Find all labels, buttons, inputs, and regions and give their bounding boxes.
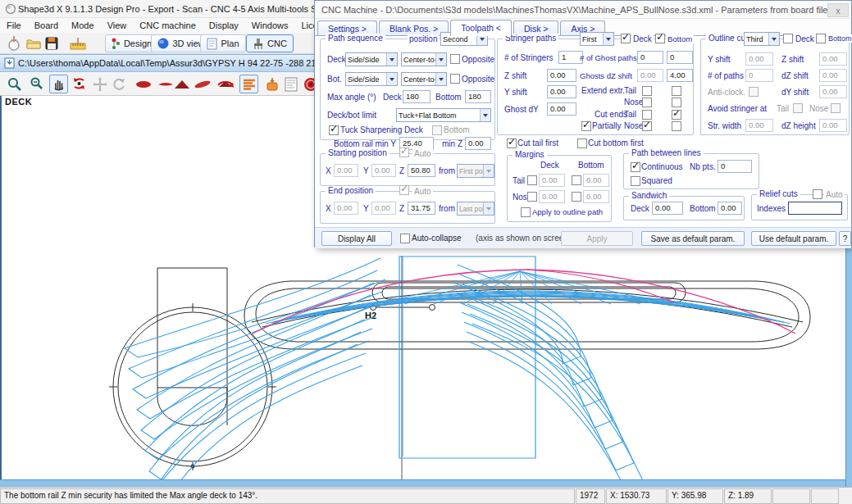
apply-button[interactable]: Apply [561, 231, 633, 246]
menu-windows[interactable]: Windows [245, 18, 295, 33]
menu-display[interactable]: Display [203, 18, 245, 33]
help-button[interactable]: ? [839, 231, 851, 246]
end-x-field[interactable]: 0.00 [334, 202, 358, 215]
menu-view[interactable]: View [101, 18, 134, 33]
stringer-deck-checkbox[interactable] [621, 34, 631, 43]
sandwich-bottom-field[interactable]: 0.00 [718, 202, 742, 215]
plan-button[interactable]: Plan [200, 34, 246, 52]
sandwich-deck-field[interactable]: 0.00 [652, 202, 683, 215]
extend-nose-bottom-checkbox[interactable] [672, 98, 681, 107]
board-3d-icon[interactable] [193, 75, 212, 93]
margin-nose-bottom-checkbox[interactable] [572, 192, 581, 202]
design-button[interactable]: Design [105, 34, 157, 52]
toolpath-lines-icon[interactable] [239, 75, 258, 93]
cut-tail-first-checkbox[interactable] [507, 138, 517, 148]
notes-doc-icon[interactable] [281, 75, 300, 93]
end-y-field[interactable]: 0.00 [371, 202, 396, 215]
zoom-out-icon[interactable] [26, 75, 45, 93]
stringer-y-shift-field[interactable]: 0.00 [547, 85, 576, 98]
partially-checkbox[interactable] [581, 121, 591, 131]
margin-tail-bottom-checkbox[interactable] [572, 175, 581, 185]
cut-ends-tail-bottom-checkbox[interactable] [672, 110, 681, 120]
cut-ends-nose-deck-checkbox[interactable] [642, 121, 652, 131]
display-all-button[interactable]: Display All [321, 231, 392, 246]
bottom-sequence-dropdown[interactable]: Side/Side [345, 72, 398, 86]
zoom-in-icon[interactable] [5, 75, 24, 93]
margin-tail-deck-checkbox[interactable] [527, 175, 537, 185]
relief-auto-checkbox[interactable] [813, 189, 822, 199]
ruler-icon[interactable] [69, 34, 87, 52]
save-icon[interactable] [43, 34, 61, 52]
margin-nose-bottom-field[interactable]: 0.00 [583, 190, 609, 203]
auto-collapse-checkbox[interactable] [400, 234, 410, 243]
start-x-field[interactable]: 0.00 [334, 164, 358, 177]
bottom-direction-dropdown[interactable]: Center-to- [401, 72, 447, 86]
outline-z-shift-field[interactable]: 0.00 [819, 52, 847, 66]
rotate-view-icon[interactable] [70, 75, 89, 93]
menu-file[interactable]: File [0, 18, 28, 33]
min-z-field[interactable]: 0.00 [465, 137, 491, 150]
export-gcode-icon[interactable] [262, 75, 281, 93]
rotate-tool-icon-disabled[interactable] [109, 75, 128, 93]
stringer-z-shift-field[interactable]: 0.00 [547, 69, 576, 82]
extend-tail-deck-checkbox[interactable] [642, 86, 652, 96]
start-y-field[interactable]: 0.00 [371, 164, 396, 177]
max-angle-deck-field[interactable]: 180 [403, 90, 431, 103]
end-z-field[interactable]: 31.75 [408, 202, 435, 215]
ghosts-dz-deck-field[interactable]: 0.00 [637, 69, 663, 82]
avoid-stringer-tail-checkbox[interactable] [793, 103, 803, 113]
outline-deck-checkbox[interactable] [783, 34, 793, 43]
continuous-checkbox[interactable] [631, 162, 640, 172]
anti-clockwise-checkbox[interactable] [749, 87, 759, 97]
outline-order-dropdown[interactable]: Third [744, 32, 780, 46]
extend-nose-deck-checkbox[interactable] [642, 98, 652, 107]
margin-nose-deck-checkbox[interactable] [527, 192, 537, 202]
margin-tail-bottom-field[interactable]: 0.00 [583, 174, 609, 187]
tuck-sharpening-bottom-checkbox[interactable] [432, 125, 442, 135]
max-angle-bottom-field[interactable]: 180 [465, 90, 491, 103]
end-from-dropdown[interactable]: Last point [457, 202, 494, 216]
cut-ends-nose-bottom-checkbox[interactable] [672, 121, 681, 131]
cut-bottom-first-checkbox[interactable] [577, 138, 587, 148]
outline-dy-shift-field[interactable]: 0.00 [819, 85, 847, 98]
end-auto-checkbox[interactable] [399, 185, 409, 195]
outline-bottom-checkbox[interactable] [816, 34, 826, 43]
indexes-field[interactable] [788, 202, 842, 215]
save-default-params-button[interactable]: Save as default param. [641, 231, 745, 246]
tab-toolpath[interactable]: Toolpath < [450, 20, 512, 36]
menu-cnc-machine[interactable]: CNC machine [133, 18, 202, 33]
tuck-sharpening-deck-checkbox[interactable] [329, 125, 339, 135]
stringer-bottom-checkbox[interactable] [655, 34, 665, 43]
dialog-titlebar[interactable]: CNC Machine - D:\Documents\S3d models\Ma… [315, 1, 851, 19]
resize-grip[interactable] [840, 488, 851, 504]
nb-pts-field[interactable]: 0 [718, 160, 752, 173]
ghost-paths-deck-field[interactable]: 0 [637, 51, 663, 64]
pin-tool-icon[interactable] [5, 34, 23, 52]
ghosts-dz-bottom-field[interactable]: 4.00 [667, 69, 693, 82]
opposite-deck-checkbox[interactable] [450, 54, 460, 64]
pan-hand-icon[interactable] [49, 75, 68, 93]
open-folder-icon[interactable] [25, 34, 43, 52]
dialog-close-button[interactable]: x [827, 3, 849, 17]
ghost-paths-bottom-field[interactable]: 0 [667, 51, 693, 64]
stringer-order-dropdown[interactable]: First [580, 32, 614, 46]
tab-blank-pos[interactable]: Blank Pos. > [379, 20, 449, 35]
outline-view-icon[interactable] [134, 75, 153, 93]
start-from-dropdown[interactable]: First point [457, 164, 494, 178]
deck-direction-dropdown[interactable]: Center-to- [401, 52, 447, 66]
deck-sequence-dropdown[interactable]: Side/Side [345, 52, 398, 66]
deck-bot-limit-dropdown[interactable]: Tuck+Flat Bottom [396, 108, 491, 122]
cnc-button[interactable]: CNC [246, 34, 294, 52]
outline-y-shift-field[interactable]: 0.00 [745, 52, 773, 66]
margin-nose-deck-field[interactable]: 0.00 [539, 190, 565, 203]
margin-tail-deck-field[interactable]: 0.00 [539, 174, 565, 187]
move-tool-icon-disabled[interactable] [90, 75, 109, 93]
slice-view-icon[interactable] [172, 75, 191, 93]
ghost-dy-field[interactable]: 0.00 [547, 102, 576, 116]
starting-auto-checkbox[interactable] [399, 148, 409, 157]
squared-checkbox[interactable] [631, 176, 640, 186]
stringer-width-field[interactable]: 0.00 [745, 119, 773, 132]
dz-height-field[interactable]: 0.00 [819, 119, 847, 132]
flip-board-icon[interactable] [216, 75, 235, 93]
avoid-stringer-nose-checkbox[interactable] [831, 103, 841, 113]
